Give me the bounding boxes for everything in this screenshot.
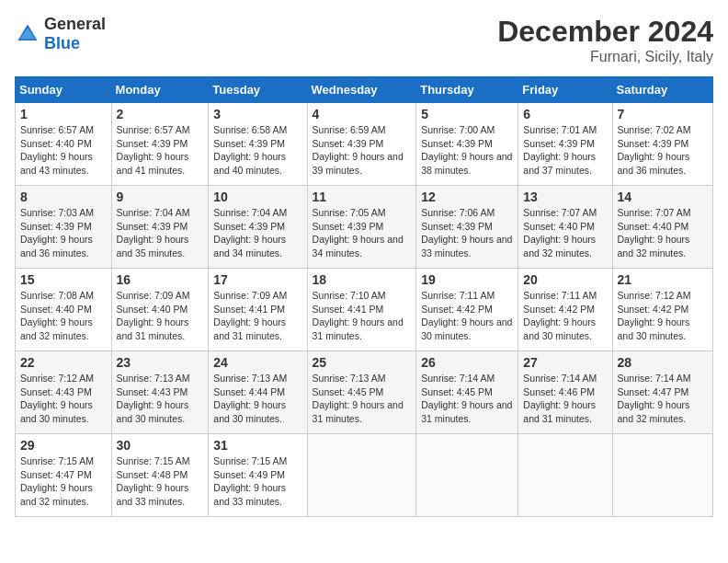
- day-info: Sunrise: 7:15 AMSunset: 4:48 PMDaylight:…: [117, 454, 204, 509]
- calendar-row: 1Sunrise: 6:57 AMSunset: 4:40 PMDaylight…: [16, 103, 713, 186]
- calendar-row: 15Sunrise: 7:08 AMSunset: 4:40 PMDayligh…: [16, 269, 713, 351]
- column-header-wednesday: Wednesday: [307, 77, 416, 103]
- calendar-cell: [518, 434, 612, 517]
- day-number: 10: [213, 190, 301, 204]
- calendar-cell: 4Sunrise: 6:59 AMSunset: 4:39 PMDaylight…: [307, 103, 416, 186]
- day-info: Sunrise: 7:13 AMSunset: 4:45 PMDaylight:…: [313, 372, 412, 426]
- logo-blue-text: Blue: [44, 34, 80, 52]
- day-info: Sunrise: 7:13 AMSunset: 4:44 PMDaylight:…: [213, 372, 301, 426]
- calendar-cell: 15Sunrise: 7:08 AMSunset: 4:40 PMDayligh…: [16, 269, 112, 351]
- day-number: 27: [523, 355, 607, 370]
- day-info: Sunrise: 6:59 AMSunset: 4:39 PMDaylight:…: [313, 123, 412, 178]
- day-info: Sunrise: 7:11 AMSunset: 4:42 PMDaylight:…: [421, 289, 513, 343]
- day-number: 31: [213, 438, 301, 453]
- calendar-cell: [307, 434, 416, 517]
- calendar-row: 8Sunrise: 7:03 AMSunset: 4:39 PMDaylight…: [16, 186, 713, 269]
- calendar-cell: 28Sunrise: 7:14 AMSunset: 4:47 PMDayligh…: [612, 351, 712, 434]
- day-number: 17: [213, 272, 301, 287]
- calendar-cell: 10Sunrise: 7:04 AMSunset: 4:39 PMDayligh…: [209, 186, 307, 269]
- calendar-header-row: SundayMondayTuesdayWednesdayThursdayFrid…: [16, 77, 713, 103]
- day-info: Sunrise: 7:14 AMSunset: 4:45 PMDaylight:…: [421, 372, 513, 426]
- day-info: Sunrise: 7:09 AMSunset: 4:41 PMDaylight:…: [213, 289, 301, 343]
- day-number: 4: [313, 107, 412, 121]
- calendar-cell: 7Sunrise: 7:02 AMSunset: 4:39 PMDaylight…: [612, 103, 712, 186]
- day-number: 3: [213, 107, 301, 121]
- calendar-cell: 17Sunrise: 7:09 AMSunset: 4:41 PMDayligh…: [209, 269, 307, 351]
- day-number: 16: [117, 272, 204, 287]
- calendar-cell: [612, 434, 712, 517]
- calendar-cell: 30Sunrise: 7:15 AMSunset: 4:48 PMDayligh…: [111, 434, 209, 517]
- calendar-cell: 6Sunrise: 7:01 AMSunset: 4:39 PMDaylight…: [518, 103, 612, 186]
- day-info: Sunrise: 7:05 AMSunset: 4:39 PMDaylight:…: [313, 206, 412, 260]
- column-header-thursday: Thursday: [416, 77, 518, 103]
- calendar-cell: 23Sunrise: 7:13 AMSunset: 4:43 PMDayligh…: [111, 351, 209, 434]
- day-info: Sunrise: 7:14 AMSunset: 4:46 PMDaylight:…: [523, 372, 607, 426]
- logo-icon: [15, 21, 40, 47]
- calendar-body: 1Sunrise: 6:57 AMSunset: 4:40 PMDaylight…: [16, 103, 713, 517]
- calendar-table: SundayMondayTuesdayWednesdayThursdayFrid…: [15, 76, 713, 517]
- day-info: Sunrise: 7:07 AMSunset: 4:40 PMDaylight:…: [618, 206, 708, 260]
- column-header-saturday: Saturday: [612, 77, 712, 103]
- logo: General Blue: [15, 15, 106, 53]
- calendar-cell: 5Sunrise: 7:00 AMSunset: 4:39 PMDaylight…: [416, 103, 518, 186]
- calendar-header: SundayMondayTuesdayWednesdayThursdayFrid…: [16, 77, 713, 103]
- day-info: Sunrise: 7:04 AMSunset: 4:39 PMDaylight:…: [117, 206, 204, 260]
- calendar-cell: 19Sunrise: 7:11 AMSunset: 4:42 PMDayligh…: [416, 269, 518, 351]
- day-number: 5: [421, 107, 513, 121]
- column-header-monday: Monday: [111, 77, 209, 103]
- calendar-cell: 24Sunrise: 7:13 AMSunset: 4:44 PMDayligh…: [209, 351, 307, 434]
- day-info: Sunrise: 7:03 AMSunset: 4:39 PMDaylight:…: [20, 206, 107, 260]
- day-number: 13: [523, 190, 607, 204]
- calendar-cell: 29Sunrise: 7:15 AMSunset: 4:47 PMDayligh…: [16, 434, 112, 517]
- day-number: 24: [213, 355, 301, 370]
- day-number: 25: [313, 355, 412, 370]
- calendar-row: 29Sunrise: 7:15 AMSunset: 4:47 PMDayligh…: [16, 434, 713, 517]
- calendar-cell: 20Sunrise: 7:11 AMSunset: 4:42 PMDayligh…: [518, 269, 612, 351]
- page-header: General Blue December 2024 Furnari, Sici…: [15, 15, 713, 65]
- day-info: Sunrise: 6:57 AMSunset: 4:39 PMDaylight:…: [117, 123, 204, 178]
- day-info: Sunrise: 7:04 AMSunset: 4:39 PMDaylight:…: [213, 206, 301, 260]
- day-info: Sunrise: 7:11 AMSunset: 4:42 PMDaylight:…: [523, 289, 607, 343]
- column-header-sunday: Sunday: [16, 77, 112, 103]
- day-info: Sunrise: 7:02 AMSunset: 4:39 PMDaylight:…: [618, 123, 708, 178]
- day-info: Sunrise: 7:12 AMSunset: 4:43 PMDaylight:…: [20, 372, 107, 426]
- day-info: Sunrise: 7:07 AMSunset: 4:40 PMDaylight:…: [523, 206, 607, 260]
- calendar-cell: 8Sunrise: 7:03 AMSunset: 4:39 PMDaylight…: [16, 186, 112, 269]
- day-info: Sunrise: 7:08 AMSunset: 4:40 PMDaylight:…: [20, 289, 107, 343]
- day-number: 23: [117, 355, 204, 370]
- day-info: Sunrise: 7:06 AMSunset: 4:39 PMDaylight:…: [421, 206, 513, 260]
- calendar-cell: 31Sunrise: 7:15 AMSunset: 4:49 PMDayligh…: [209, 434, 307, 517]
- day-number: 8: [20, 190, 107, 204]
- calendar-cell: 14Sunrise: 7:07 AMSunset: 4:40 PMDayligh…: [612, 186, 712, 269]
- day-number: 18: [313, 272, 412, 287]
- calendar-cell: 2Sunrise: 6:57 AMSunset: 4:39 PMDaylight…: [111, 103, 209, 186]
- day-number: 15: [20, 272, 107, 287]
- day-number: 11: [313, 190, 412, 204]
- calendar-cell: 21Sunrise: 7:12 AMSunset: 4:42 PMDayligh…: [612, 269, 712, 351]
- day-info: Sunrise: 7:15 AMSunset: 4:47 PMDaylight:…: [20, 454, 107, 509]
- day-number: 1: [20, 107, 107, 121]
- calendar-main-title: December 2024: [497, 15, 713, 49]
- day-number: 9: [117, 190, 204, 204]
- day-info: Sunrise: 7:12 AMSunset: 4:42 PMDaylight:…: [618, 289, 708, 343]
- calendar-cell: 9Sunrise: 7:04 AMSunset: 4:39 PMDaylight…: [111, 186, 209, 269]
- day-number: 14: [618, 190, 708, 204]
- day-info: Sunrise: 7:14 AMSunset: 4:47 PMDaylight:…: [618, 372, 708, 426]
- calendar-cell: 26Sunrise: 7:14 AMSunset: 4:45 PMDayligh…: [416, 351, 518, 434]
- day-number: 7: [618, 107, 708, 121]
- logo-general-text: General: [44, 15, 106, 33]
- day-info: Sunrise: 6:57 AMSunset: 4:40 PMDaylight:…: [20, 123, 107, 178]
- calendar-cell: 11Sunrise: 7:05 AMSunset: 4:39 PMDayligh…: [307, 186, 416, 269]
- calendar-cell: 13Sunrise: 7:07 AMSunset: 4:40 PMDayligh…: [518, 186, 612, 269]
- day-number: 22: [20, 355, 107, 370]
- calendar-cell: 18Sunrise: 7:10 AMSunset: 4:41 PMDayligh…: [307, 269, 416, 351]
- day-number: 20: [523, 272, 607, 287]
- day-number: 28: [618, 355, 708, 370]
- day-number: 19: [421, 272, 513, 287]
- calendar-cell: 12Sunrise: 7:06 AMSunset: 4:39 PMDayligh…: [416, 186, 518, 269]
- calendar-cell: 27Sunrise: 7:14 AMSunset: 4:46 PMDayligh…: [518, 351, 612, 434]
- column-header-friday: Friday: [518, 77, 612, 103]
- day-number: 29: [20, 438, 107, 453]
- calendar-cell: 22Sunrise: 7:12 AMSunset: 4:43 PMDayligh…: [16, 351, 112, 434]
- calendar-subtitle: Furnari, Sicily, Italy: [497, 49, 713, 65]
